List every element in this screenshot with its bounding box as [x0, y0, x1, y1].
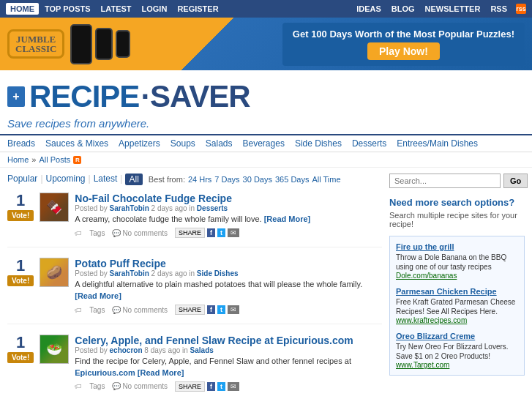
email-button-1[interactable]: ✉	[228, 228, 239, 237]
facebook-button-1[interactable]: f	[207, 228, 215, 237]
ad-item-1: Fire up the grill Throw a Dole Banana on…	[396, 242, 518, 280]
email-button-3[interactable]: ✉	[228, 382, 239, 391]
filter-all[interactable]: All	[125, 174, 142, 185]
post-category-1[interactable]: Desserts	[197, 204, 228, 212]
sidebar: Go Need more search options? Search mult…	[389, 174, 525, 399]
cat-beverages[interactable]: Beverages	[243, 138, 285, 149]
vote-box-3: 1 Vote!	[7, 335, 34, 392]
post-content-3: Celery, Apple, and Fennel Slaw Recipe at…	[75, 335, 382, 392]
ad-item-2: Parmesan Chicken Recipe Free Kraft Grate…	[396, 287, 518, 324]
post-category-3[interactable]: Salads	[190, 346, 214, 354]
banner-cta[interactable]: Get 100 Days Worth of the Most Popular P…	[282, 23, 525, 66]
post-thumbnail-3: 🥗	[40, 335, 69, 364]
ad-title-3[interactable]: Oreo Blizzard Creme	[396, 332, 518, 340]
tags-label-1: Tags	[89, 229, 105, 237]
breadcrumb-current[interactable]: All Posts	[39, 155, 70, 164]
post-title-1[interactable]: No-Fail Chocolate Fudge Recipe	[75, 193, 232, 204]
vote-box-1: 1 Vote!	[7, 193, 34, 238]
comments-link-2[interactable]: 💬 No comments	[112, 306, 168, 314]
cat-side-dishes[interactable]: Side Dishes	[295, 138, 342, 149]
ad-box: Fire up the grill Throw a Dole Banana on…	[389, 236, 525, 376]
ad-link-1[interactable]: Dole.com/bananas	[396, 272, 518, 280]
comments-link-1[interactable]: 💬 No comments	[112, 229, 168, 237]
vote-count-2: 1	[16, 258, 25, 274]
post-thumbnail-1: 🍫	[40, 193, 69, 222]
comments-link-3[interactable]: 💬 No comments	[112, 382, 168, 390]
nav-newsletter[interactable]: NEWSLETTER	[421, 3, 485, 15]
cat-soups[interactable]: Soups	[171, 138, 195, 149]
filter-upcoming[interactable]: Upcoming	[46, 174, 86, 185]
ad-link-2[interactable]: www.kraftrecipes.com	[396, 316, 518, 324]
post-item: 1 Vote! 🥗 Celery, Apple, and Fennel Slaw…	[7, 335, 382, 399]
twitter-button-1[interactable]: t	[217, 228, 225, 237]
cat-entrees[interactable]: Entrees/Main Dishes	[397, 138, 478, 149]
vote-button-3[interactable]: Vote!	[7, 352, 34, 363]
cat-appetizers[interactable]: Appetizers	[119, 138, 160, 149]
read-more-2[interactable]: [Read More]	[75, 291, 121, 300]
post-content-1: No-Fail Chocolate Fudge Recipe Posted by…	[75, 193, 382, 238]
epicurious-link[interactable]: Epicurious.com	[75, 368, 135, 377]
cat-desserts[interactable]: Desserts	[352, 138, 386, 149]
logo-recipe: RECIPE	[29, 79, 139, 113]
comments-count-3: No comments	[122, 382, 168, 390]
search-go-button[interactable]: Go	[503, 174, 528, 188]
facebook-button-2[interactable]: f	[207, 305, 215, 314]
main-layout: Popular | Upcoming | Latest | All Best f…	[0, 168, 532, 399]
breadcrumb-home[interactable]: Home	[7, 155, 29, 164]
cat-salads[interactable]: Salads	[206, 138, 233, 149]
email-button-2[interactable]: ✉	[228, 305, 239, 314]
nav-ideas[interactable]: IDEAS	[352, 3, 386, 15]
play-now-button[interactable]: Play Now!	[367, 42, 440, 60]
post-author-1[interactable]: SarahTobin	[110, 204, 149, 212]
post-description-2: A delightful alternative to plain mashed…	[75, 279, 382, 302]
ad-title-1[interactable]: Fire up the grill	[396, 242, 518, 251]
post-author-3[interactable]: echocron	[110, 346, 143, 354]
search-input[interactable]	[389, 174, 501, 188]
nav-login[interactable]: LOGIN	[138, 3, 172, 15]
logo-saver: SAVER	[150, 79, 250, 113]
nav-rss[interactable]: RSS	[486, 3, 512, 15]
filter-24hrs[interactable]: 24 Hrs	[188, 175, 211, 184]
ad-desc-1: Throw a Dole Banana on the BBQ using one…	[396, 253, 506, 271]
category-navigation: Breads Sauces & Mixes Appetizers Soups S…	[0, 135, 532, 152]
nav-left: HOME TOP POSTS LATEST LOGIN REGISTER	[6, 3, 223, 15]
facebook-button-3[interactable]: f	[207, 382, 215, 391]
cat-sauces[interactable]: Sauces & Mixes	[45, 138, 108, 149]
phone-icon-1	[70, 24, 92, 64]
filter-popular[interactable]: Popular	[7, 174, 37, 185]
nav-blog[interactable]: BLOG	[387, 3, 419, 15]
ad-link-3[interactable]: www.Target.com	[396, 361, 518, 369]
filter-bar: Popular | Upcoming | Latest | All Best f…	[7, 174, 382, 185]
post-author-2[interactable]: SarahTobin	[110, 269, 149, 277]
vote-box-2: 1 Vote!	[7, 258, 34, 315]
nav-home[interactable]: HOME	[6, 3, 39, 15]
ad-title-2[interactable]: Parmesan Chicken Recipe	[396, 287, 518, 296]
post-thumbnail-2: 🥔	[40, 258, 69, 287]
nav-register[interactable]: REGISTER	[173, 3, 222, 15]
read-more-3[interactable]: [Read More]	[138, 368, 184, 377]
vote-count-1: 1	[16, 193, 25, 209]
filter-30days[interactable]: 30 Days	[243, 175, 272, 184]
twitter-button-2[interactable]: t	[217, 305, 225, 314]
cat-breads[interactable]: Breads	[7, 138, 35, 149]
nav-top-posts[interactable]: TOP POSTS	[40, 3, 95, 15]
filter-365days[interactable]: 365 Days	[275, 175, 309, 184]
vote-button-2[interactable]: Vote!	[7, 275, 34, 286]
filter-latest[interactable]: Latest	[94, 174, 118, 185]
ad-item-3: Oreo Blizzard Creme Try New Oreo For Bli…	[396, 332, 518, 369]
read-more-1[interactable]: [Read More]	[264, 215, 311, 223]
share-button-3[interactable]: SHARE	[175, 381, 205, 392]
post-footer-2: 🏷 Tags 💬 No comments SHARE f t ✉	[75, 305, 382, 315]
nav-latest[interactable]: LATEST	[97, 3, 136, 15]
post-category-2[interactable]: Side Dishes	[197, 269, 239, 277]
filter-7days[interactable]: 7 Days	[214, 175, 239, 184]
vote-button-1[interactable]: Vote!	[7, 210, 34, 221]
post-title-3[interactable]: Celery, Apple, and Fennel Slaw Recipe at…	[75, 335, 353, 346]
site-logo-area: + RECIPE·SAVER Save recipes from anywher…	[0, 70, 532, 135]
more-search-desc: Search multiple recipe sites for your re…	[389, 211, 525, 228]
post-title-2[interactable]: Potato Puff Recipe	[75, 258, 165, 269]
twitter-button-3[interactable]: t	[217, 382, 225, 391]
filter-alltime[interactable]: All Time	[312, 175, 340, 184]
share-button-1[interactable]: SHARE	[175, 228, 205, 238]
share-button-2[interactable]: SHARE	[175, 305, 205, 315]
